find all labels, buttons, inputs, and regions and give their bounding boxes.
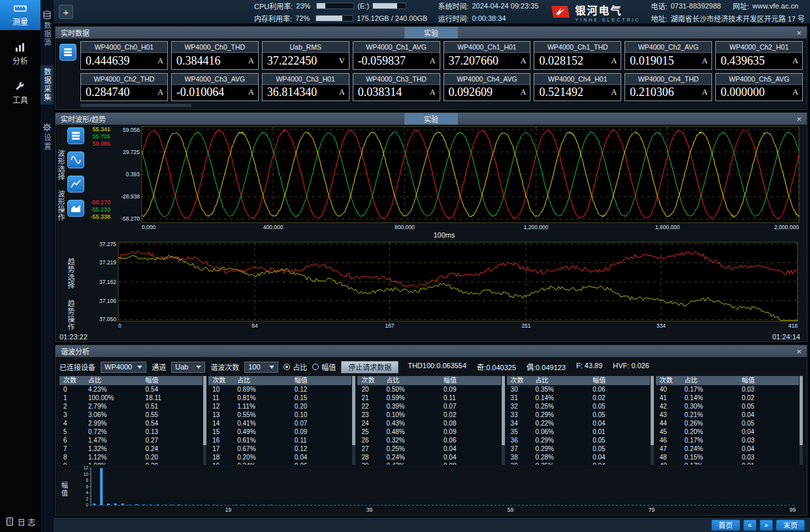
- measurement-tile: WP4000_Ch4_THD0.210306A: [624, 73, 712, 102]
- harmonic-row[interactable]: 22.79%0.51: [59, 402, 202, 411]
- tile-unit: A: [157, 56, 167, 66]
- measurement-tile: WP4000_Ch0_THD0.384416A: [171, 41, 259, 70]
- harmonic-row[interactable]: 290.43%0.08: [357, 462, 500, 465]
- harmonic-row[interactable]: 42.99%0.54: [59, 419, 202, 428]
- harmonic-row[interactable]: 440.26%0.05: [656, 419, 799, 428]
- harmonic-row[interactable]: 410.14%0.02: [656, 394, 799, 402]
- area-display-button[interactable]: [67, 200, 84, 217]
- svg-text:19: 19: [225, 507, 232, 513]
- svg-text:79: 79: [649, 507, 655, 513]
- harmonic-row[interactable]: 150.49%0.09: [208, 428, 351, 436]
- harmonic-bar-chart[interactable]: 0246810121939597999: [69, 466, 803, 513]
- next-page-button[interactable]: »: [760, 520, 773, 531]
- add-button[interactable]: +: [59, 5, 73, 19]
- data-view-button[interactable]: [59, 44, 76, 61]
- harmonic-row[interactable]: 240.43%0.08: [357, 419, 500, 428]
- tab-datasource[interactable]: 数据源: [40, 8, 54, 50]
- trend-display-button[interactable]: [67, 176, 84, 193]
- wave-channels-button[interactable]: [67, 127, 84, 144]
- last-page-button[interactable]: 末页: [776, 520, 805, 531]
- harmonic-row[interactable]: 230.10%0.02: [357, 411, 500, 419]
- harmonic-row[interactable]: 71.32%0.24: [59, 445, 202, 453]
- device-select[interactable]: WP4000: [101, 362, 146, 373]
- harmonic-row[interactable]: 270.25%0.04: [357, 445, 500, 453]
- group-scrollbar[interactable]: [502, 376, 505, 465]
- waveform-chart[interactable]: 59.05629.7250.393-28.938-58.2700.000400.…: [112, 125, 803, 231]
- harmonic-row[interactable]: 91.08%0.20: [59, 462, 202, 465]
- group-scrollbar[interactable]: [651, 376, 654, 465]
- harmonic-row[interactable]: 400.17%0.03: [656, 385, 799, 394]
- harmonic-row[interactable]: 280.24%0.04: [357, 453, 500, 462]
- harmonic-row[interactable]: 360.29%0.05: [507, 436, 650, 445]
- harmonic-row[interactable]: 110.81%0.15: [208, 394, 351, 402]
- harmonic-row[interactable]: 430.21%0.04: [656, 411, 799, 419]
- harmonic-row[interactable]: 33.06%0.55: [59, 411, 202, 419]
- svg-text:400.000: 400.000: [263, 224, 284, 230]
- first-page-button[interactable]: 首页: [711, 520, 740, 531]
- svg-text:-28.938: -28.938: [121, 193, 140, 200]
- harmonic-row[interactable]: 50.72%0.13: [59, 428, 202, 436]
- group-scrollbar[interactable]: [800, 376, 803, 465]
- harmonic-row[interactable]: 350.06%0.01: [507, 428, 650, 436]
- harmonic-row[interactable]: 210.59%0.11: [357, 394, 500, 402]
- wave-display-button[interactable]: [67, 151, 84, 168]
- group-scrollbar[interactable]: [352, 376, 355, 465]
- harmonic-row[interactable]: 370.29%0.05: [507, 445, 650, 453]
- group-scrollbar[interactable]: [203, 376, 206, 465]
- harmonic-row[interactable]: 220.39%0.07: [357, 402, 500, 411]
- harmonic-row[interactable]: 420.30%0.05: [656, 402, 799, 411]
- tiles-horizontal-scrollbar[interactable]: [80, 103, 803, 108]
- harmonic-row[interactable]: 470.24%0.04: [656, 445, 799, 453]
- tile-name: Uab_RMS: [263, 42, 349, 53]
- close-icon[interactable]: ×: [796, 115, 802, 123]
- harmonic-row[interactable]: 250.48%0.09: [357, 428, 500, 436]
- harmonic-row[interactable]: 310.14%0.02: [507, 394, 650, 402]
- tile-unit: A: [248, 87, 258, 97]
- channel-select[interactable]: Uab: [171, 362, 205, 373]
- sidebar-item-measure[interactable]: 测量: [0, 0, 40, 30]
- harmonic-row[interactable]: 300.35%0.06: [507, 385, 650, 394]
- tab-experiment[interactable]: 实验: [404, 27, 458, 39]
- trend-chart[interactable]: 37.27537.21937.16237.10637.0500841672513…: [86, 240, 803, 330]
- harmonic-row[interactable]: 160.61%0.11: [208, 436, 351, 445]
- harmonic-row[interactable]: 390.25%0.04: [507, 462, 650, 465]
- harmonic-row[interactable]: 130.55%0.10: [208, 411, 351, 419]
- harmonic-row[interactable]: 260.32%0.06: [357, 436, 500, 445]
- close-icon[interactable]: ×: [796, 347, 802, 356]
- harmonic-row[interactable]: 1100.00%18.11: [59, 394, 202, 402]
- harmonic-row[interactable]: 170.67%0.12: [208, 445, 351, 453]
- harmonic-row[interactable]: 490.17%0.01: [656, 462, 799, 465]
- order-select[interactable]: 100: [244, 362, 278, 373]
- harmonic-row[interactable]: 340.22%0.04: [507, 419, 650, 428]
- close-icon[interactable]: ×: [796, 29, 802, 37]
- svg-text:6: 6: [86, 484, 88, 489]
- harmonic-row[interactable]: 121.11%0.20: [208, 402, 351, 411]
- sidebar-item-log[interactable]: 日 志: [0, 511, 40, 532]
- radio-amplitude[interactable]: 幅值: [312, 362, 336, 372]
- trend-end-time: 01:24:14: [772, 333, 800, 341]
- harmonic-row[interactable]: 180.20%0.04: [208, 453, 351, 462]
- harmonic-row[interactable]: 380.28%0.04: [507, 453, 650, 462]
- prev-page-button[interactable]: «: [743, 520, 756, 531]
- harmonic-row[interactable]: 190.34%0.06: [208, 462, 351, 465]
- tab-settings[interactable]: 设置: [40, 120, 54, 153]
- harmonic-row[interactable]: 140.41%0.07: [208, 419, 351, 428]
- panel-harmonic-analysis: 谐波分析 × 已连接设备 WP4000 通道 Uab 谐波次数 100: [55, 345, 807, 516]
- harmonic-row[interactable]: 200.50%0.09: [357, 385, 500, 394]
- sidebar-item-tools[interactable]: 工具: [0, 78, 40, 108]
- tab-experiment[interactable]: 实验: [404, 113, 458, 125]
- tab-data-acquisition[interactable]: 数据采集: [40, 65, 54, 104]
- harmonic-row[interactable]: 320.25%0.05: [507, 402, 650, 411]
- harmonic-row[interactable]: 100.69%0.12: [208, 385, 351, 394]
- stop-request-button[interactable]: 停止请求数据: [341, 361, 398, 373]
- harmonic-row[interactable]: 450.20%0.04: [656, 428, 799, 436]
- sidebar-item-analyze[interactable]: 分析: [0, 39, 40, 69]
- system-time-label: 系统时间:: [438, 1, 468, 11]
- harmonic-row[interactable]: 81.12%0.20: [59, 453, 202, 462]
- harmonic-row[interactable]: 480.15%0.03: [656, 453, 799, 462]
- harmonic-row[interactable]: 330.29%0.05: [507, 411, 650, 419]
- radio-percentage[interactable]: 占比: [284, 362, 307, 372]
- harmonic-row[interactable]: 61.47%0.27: [59, 436, 202, 445]
- harmonic-row[interactable]: 460.17%0.03: [656, 436, 799, 445]
- harmonic-row[interactable]: 04.23%0.54: [59, 385, 202, 394]
